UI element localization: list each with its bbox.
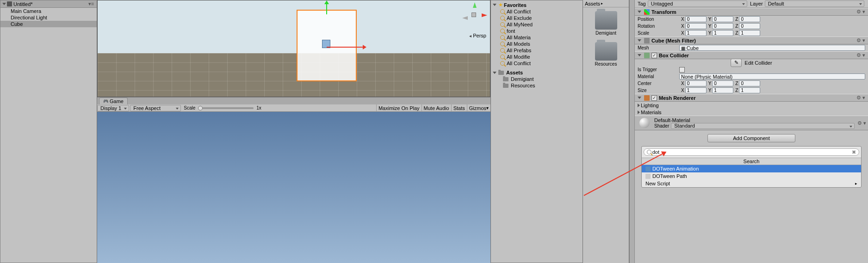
trigger-checkbox[interactable] [679,67,685,73]
gizmo-x-axis[interactable] [327,47,364,48]
favorites-header[interactable]: ★Favorites [491,1,583,8]
display-dropdown[interactable]: Display 1 [97,105,129,111]
gear-icon[interactable]: ⚙ ▾ [856,37,865,43]
asset-item[interactable]: Demigiant [583,7,629,38]
orientation-gizmo[interactable] [461,2,487,28]
renderer-enable-checkbox[interactable] [651,95,657,101]
axis-x-icon[interactable] [482,13,487,17]
rot-z-input[interactable] [739,23,760,29]
gear-icon[interactable]: ⚙ ▾ [856,9,865,15]
collider-icon [644,53,650,58]
asset-item[interactable]: Resources [583,38,629,69]
materials-label[interactable]: Materials [641,110,662,115]
game-view[interactable] [97,112,490,263]
scene-name[interactable]: Untitled* [13,1,33,7]
favorite-search[interactable]: All Conflict [491,8,583,15]
search-icon [500,61,505,66]
favorite-search[interactable]: All Modifie [491,54,583,60]
search-result-item[interactable]: DOTween Path [642,172,861,180]
gizmo-y-axis[interactable] [326,3,327,14]
meshfilter-header[interactable]: Cube (Mesh Filter)⚙ ▾ [635,37,868,44]
scene-view[interactable]: ◂ Persp [97,0,490,97]
search-icon [500,29,505,33]
favorite-search[interactable]: All Conflict [491,60,583,67]
axis-z-icon[interactable] [462,16,468,20]
favorite-search[interactable]: All Prefabs [491,47,583,54]
search-icon [500,9,505,14]
search-result-item[interactable]: DOTween Animation [642,165,861,172]
material-header[interactable]: Default-Material ShaderStandard ⚙ ▾ [635,116,868,130]
component-search-field[interactable]: ✖ [644,148,859,156]
boxcollider-header[interactable]: Box Collider⚙ ▾ [635,51,868,59]
gear-icon[interactable]: ⚙ ▾ [857,120,866,126]
stats-button[interactable]: Stats [451,104,467,112]
persp-label[interactable]: ◂ Persp [469,33,486,38]
layer-label: Layer [750,1,763,6]
mute-button[interactable]: Mute Audio [422,104,451,112]
center-x-input[interactable] [685,80,707,86]
axis-y-icon[interactable] [473,2,477,8]
script-icon [645,166,651,171]
search-icon [500,48,505,53]
size-z-input[interactable] [739,87,760,93]
position-label: Position [638,17,679,22]
assets-folder[interactable]: Assets [491,69,583,76]
scale-x-input[interactable] [685,30,707,36]
search-icon [500,16,505,20]
shader-dropdown[interactable]: Standard [671,123,855,129]
foldout-icon[interactable] [638,104,640,107]
clear-search-icon[interactable]: ✖ [852,149,856,155]
foldout-icon[interactable] [2,3,6,5]
scale-y-input[interactable] [712,30,733,36]
hierarchy-item[interactable]: Directional Light [0,14,97,21]
tag-dropdown[interactable]: Untagged [648,0,747,7]
add-component-button[interactable]: Add Component [707,134,795,142]
maximize-button[interactable]: Maximize On Play [376,104,422,112]
shader-label: Shader [654,123,669,128]
center-y-input[interactable] [712,80,733,86]
hierarchy-item-selected[interactable]: Cube [0,21,97,27]
meshrenderer-header[interactable]: Mesh Renderer⚙ ▾ [635,94,868,102]
game-tab[interactable]: 🎮Game [99,98,128,104]
gizmos-dropdown[interactable]: Gizmos ▾ [467,104,490,112]
aspect-dropdown[interactable]: Free Aspect [130,105,181,111]
favorite-search[interactable]: font [491,28,583,34]
project-folder[interactable]: Demigiant [491,76,583,82]
favorite-search[interactable]: All Exclude [491,15,583,21]
mesh-field[interactable]: ▦ Cube [679,45,865,51]
edit-collider-icon-button[interactable]: ✎ [731,59,742,67]
rot-x-input[interactable] [685,23,707,29]
pos-x-input[interactable] [685,16,707,22]
phys-material-field[interactable]: None (Physic Material) [679,73,865,80]
size-y-input[interactable] [712,87,733,93]
search-icon [500,42,505,46]
layer-dropdown[interactable]: Default [765,0,864,7]
rot-y-input[interactable] [712,23,733,29]
hierarchy-item[interactable]: Main Camera [0,8,97,14]
search-result-item[interactable]: New Script▸ [642,180,861,187]
scale-slider[interactable] [198,107,254,109]
size-x-input[interactable] [685,87,707,93]
pos-z-input[interactable] [739,16,760,22]
gear-icon[interactable]: ⚙ ▾ [856,95,865,101]
favorite-search[interactable]: All MyNeed [491,21,583,28]
scale-z-input[interactable] [739,30,760,36]
breadcrumb[interactable]: Assets ▸ [583,0,629,7]
collider-enable-checkbox[interactable] [651,53,657,58]
star-icon: ★ [498,2,503,8]
favorite-search[interactable]: All Materia [491,34,583,41]
folder-icon [498,71,504,75]
foldout-icon[interactable] [638,110,640,114]
transform-header[interactable]: Transform⚙ ▾ [635,8,868,16]
folder-icon [503,84,508,88]
pos-y-input[interactable] [712,16,733,22]
lighting-label[interactable]: Lighting [641,103,659,108]
folder-icon [503,77,508,81]
center-z-input[interactable] [739,80,760,86]
hierarchy-options-icon[interactable]: ▾≡ [87,1,95,7]
gear-icon[interactable]: ⚙ ▾ [856,52,865,58]
component-search-input[interactable] [652,149,852,155]
favorite-search[interactable]: All Models [491,41,583,47]
transform-icon [644,9,650,15]
project-folder[interactable]: Resources [491,82,583,89]
